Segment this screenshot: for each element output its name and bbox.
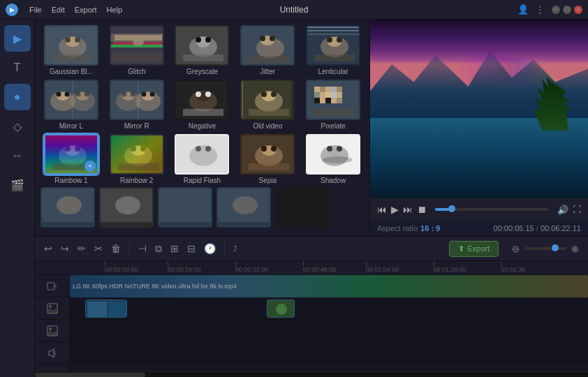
svg-point-44 [84,92,89,97]
filter-glitch[interactable]: Glitch [106,25,168,75]
window-controls: 👤 ⋮ ─ □ ✕ [517,4,582,15]
svg-rect-69 [292,81,295,120]
play-back-btn[interactable]: ⏮ [377,204,387,215]
maximize-button[interactable]: □ [563,6,571,14]
tool-text[interactable]: T [4,54,31,81]
filter-old-video[interactable]: Old video [237,80,298,130]
tool-filter[interactable]: ● [4,84,31,110]
svg-point-66 [271,91,277,97]
filter-more-2[interactable] [99,187,154,228]
sub-track-2 [70,320,588,342]
snap-btn[interactable]: ⊟ [185,241,198,256]
track-area[interactable]: LG 8K 60fps HDR NATURE 8K video ultra hd… [70,275,588,371]
filter-more-4[interactable] [216,187,271,228]
edit-btn[interactable]: ✏ [75,241,88,256]
history-btn[interactable]: 🕐 [202,241,218,256]
svg-point-129 [49,305,52,308]
filter-sepia[interactable]: Sepia [237,134,298,184]
fit-btn[interactable]: ⊞ [168,241,181,256]
scrollbar-thumb[interactable] [35,373,145,377]
redo-btn[interactable]: ↪ [59,241,71,256]
filter-rainbow-1[interactable]: + Rainbow 1 [41,134,102,184]
volume-btn[interactable]: 🔊 [557,205,568,215]
more-icon[interactable]: ⋮ [536,4,545,15]
svg-point-40 [64,92,69,97]
filter-mirror-r[interactable]: Mirror R [106,80,168,130]
user-icon[interactable]: 👤 [517,4,529,15]
ruler-mark-2: 00:00:32:00 [235,261,269,274]
filter-shadow[interactable]: Shadow [302,134,364,184]
tool-transition[interactable]: ↔ [4,142,31,169]
playback-progress[interactable] [435,208,549,211]
menu-export[interactable]: Export [75,6,97,14]
svg-rect-32 [314,54,355,61]
menu-edit[interactable]: Edit [52,6,65,14]
clip-img-1[interactable] [85,300,127,318]
svg-rect-78 [325,92,331,98]
filter-rapid-flash[interactable]: Rapid Flash [172,134,233,184]
filter-mirror-l[interactable]: Mirror L [41,80,102,130]
svg-point-54 [149,92,154,97]
svg-rect-79 [331,92,337,98]
track-label-video [35,275,69,297]
delete-btn[interactable]: 🗑 [109,241,123,256]
preview-scene [370,20,588,198]
svg-point-115 [327,146,332,151]
close-button[interactable]: ✕ [574,6,582,14]
svg-rect-81 [314,98,320,103]
play-forward-btn[interactable]: ⏭ [403,204,413,215]
progress-handle[interactable] [448,205,455,212]
sub-track-1 [70,297,588,320]
copy-btn[interactable]: ⧉ [153,241,164,257]
filter-greyscale[interactable]: Greyscale [172,25,233,75]
track-labels [35,275,70,371]
svg-point-31 [337,37,342,43]
stop-btn[interactable]: ⏹ [417,204,427,215]
svg-point-121 [115,196,140,214]
svg-rect-34 [307,30,360,31]
filter-more-5[interactable] [275,187,330,228]
main-video-track: LG 8K 60fps HDR NATURE 8K video ultra hd… [70,275,588,297]
ruler-marks: 00:00:00:00 00:00:16:00 00:00:32:00 00:0… [105,261,588,274]
zoom-slider[interactable] [524,247,566,250]
menu-file[interactable]: File [29,6,42,14]
left-toolbar: ▶ T ● ◇ ↔ 🎬 [0,20,35,377]
svg-point-12 [133,38,144,46]
filter-panel: Gaussian Bl... Glitch Grey [35,20,370,236]
svg-rect-74 [331,87,337,92]
filter-rainbow-2[interactable]: Rainbow 2 [106,134,168,184]
tool-overlay[interactable]: ◇ [4,113,31,140]
split-btn[interactable]: ⊣ [136,241,149,256]
filter-more-1[interactable] [41,187,95,228]
undo-btn[interactable]: ↩ [42,241,54,256]
export-icon: ⬆ [458,244,464,253]
filter-jitter[interactable]: Jitter [237,25,298,75]
filter-gaussian-blur[interactable]: Gaussian Bl... [41,25,102,75]
svg-point-131 [49,327,52,330]
export-button[interactable]: ⬆ Export [449,241,499,257]
minimize-button[interactable]: ─ [552,6,560,14]
svg-rect-19 [183,54,223,61]
zoom-out-btn[interactable]: ⊖ [510,242,522,256]
svg-point-43 [75,92,80,97]
filter-pixelate[interactable]: Pixelate [302,80,364,130]
clip-img-2[interactable] [267,300,295,318]
horizontal-scrollbar[interactable] [35,371,588,377]
title-bar: ▶ File Edit Export Help Untitled 👤 ⋮ ─ □… [0,0,588,20]
cut-btn[interactable]: ✂ [92,241,105,256]
menu-help[interactable]: Help [107,6,123,14]
tool-media[interactable]: ▶ [4,25,31,52]
fullscreen-btn[interactable]: ⛶ [573,205,581,214]
zoom-in-btn[interactable]: ⊕ [569,242,581,256]
svg-point-53 [141,92,146,97]
filter-negative[interactable]: Negative [172,80,233,130]
ruler-mark-3: 00:00:48:00 [303,261,337,274]
main-video-clip[interactable]: LG 8K 60fps HDR NATURE 8K video ultra hd… [70,275,588,297]
filter-grid: Gaussian Bl... Glitch Grey [41,25,364,184]
filter-lenticular[interactable]: Lenticular [302,25,364,75]
filter-more-3[interactable] [158,187,212,228]
play-btn[interactable]: ▶ [391,204,399,215]
tool-audio[interactable]: 🎬 [4,172,31,198]
svg-point-117 [322,156,353,163]
svg-point-18 [205,37,211,43]
